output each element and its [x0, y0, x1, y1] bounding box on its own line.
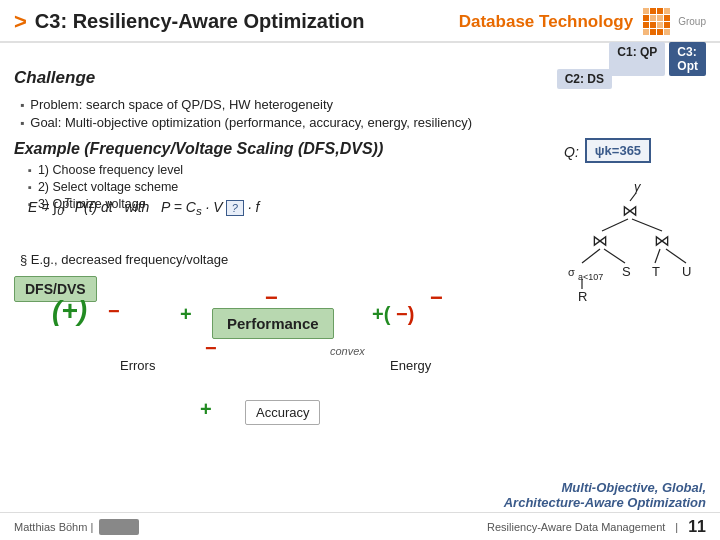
performance-box: Performance — [212, 308, 334, 339]
logo-icon — [643, 8, 670, 35]
arrow-icon: > — [14, 9, 27, 35]
q-label: Q: — [564, 144, 579, 160]
svg-line-5 — [602, 219, 628, 231]
plus-after-perf: +( — [372, 303, 390, 326]
db-tech-label: Database Technology — [459, 12, 633, 32]
svg-text:γ: γ — [634, 179, 642, 194]
formula-box: ? — [226, 200, 244, 216]
bullet-item-1: Problem: search space of QP/DS, HW heter… — [20, 97, 472, 112]
plus-before-accuracy: + — [200, 398, 212, 421]
accuracy-box: Accuracy — [245, 400, 320, 425]
page-number: 11 — [688, 518, 706, 536]
footer-left: Matthias Böhm | — [14, 519, 139, 535]
minus-below-perf: − — [205, 337, 217, 360]
svg-text:U: U — [682, 264, 691, 279]
svg-text:⋈: ⋈ — [622, 202, 638, 219]
example-title: Example (Frequency/Voltage Scaling (DFS,… — [14, 140, 383, 158]
bullet-list: Problem: search space of QP/DS, HW heter… — [20, 97, 472, 133]
tree-diagram: γ ⋈ ⋈ ⋈ σ a<107 S T U R — [564, 171, 714, 321]
svg-line-14 — [655, 249, 660, 263]
svg-line-6 — [632, 219, 662, 231]
author-label: Matthias Böhm | — [14, 521, 93, 533]
q-diagram: Q: ψk=365 γ ⋈ ⋈ ⋈ σ a<107 S T U R — [564, 138, 704, 325]
header-left: > C3: Resiliency-Aware Optimization — [14, 9, 365, 35]
multi-obj-label: Multi-Objective, Global, Architecture-Aw… — [504, 480, 706, 510]
course-label: Resiliency-Aware Data Management — [487, 521, 665, 533]
svg-line-13 — [604, 249, 625, 263]
svg-text:R: R — [578, 289, 587, 304]
svg-text:⋈: ⋈ — [654, 232, 670, 249]
tab-c2[interactable]: C2: DS — [557, 69, 612, 89]
group-label: Group — [678, 17, 706, 27]
sub-item-1: 1) Choose frequency level — [28, 163, 183, 177]
sub-item-2: 2) Select voltage scheme — [28, 180, 183, 194]
header-right: Database Technology — [459, 8, 706, 35]
challenge-label: Challenge — [14, 68, 95, 88]
big-plus-label: (+) — [52, 295, 87, 327]
page-title: C3: Resiliency-Aware Optimization — [35, 10, 365, 33]
svg-text:T: T — [652, 264, 660, 279]
minus-after-plus: − — [108, 300, 120, 323]
errors-label: Errors — [120, 358, 155, 373]
svg-line-12 — [582, 249, 600, 263]
plus-before-perf: + — [180, 303, 192, 326]
minus-paren-right: −) — [396, 303, 414, 326]
tab-c2-area: C2: DS — [557, 69, 658, 87]
svg-text:S: S — [622, 264, 631, 279]
bullet-item-2: Goal: Multi-objective optimization (perf… — [20, 115, 472, 130]
logo-small — [99, 519, 139, 535]
svg-line-15 — [666, 249, 686, 263]
formula-text: E = ∫0T P(t) dt with P = Cs · V? · f — [28, 195, 259, 217]
header: > C3: Resiliency-Aware Optimization Data… — [0, 0, 720, 43]
eg-line: § E.g., decreased frequency/voltage — [20, 252, 228, 267]
svg-text:σ: σ — [568, 266, 575, 278]
challenge-row: Challenge C2: DS — [14, 68, 706, 88]
svg-text:⋈: ⋈ — [592, 232, 608, 249]
energy-label: Energy — [390, 358, 431, 373]
svg-line-2 — [630, 193, 636, 201]
big-minus-right: − — [430, 285, 443, 311]
convex-label: convex — [330, 345, 365, 357]
psi-box: ψk=365 — [585, 138, 651, 163]
footer-right: Resiliency-Aware Data Management | 11 — [487, 518, 706, 536]
footer: Matthias Böhm | Resiliency-Aware Data Ma… — [0, 512, 720, 540]
formula-area: E = ∫0T P(t) dt with P = Cs · V? · f — [28, 195, 259, 217]
footer-separator: | — [675, 521, 678, 533]
